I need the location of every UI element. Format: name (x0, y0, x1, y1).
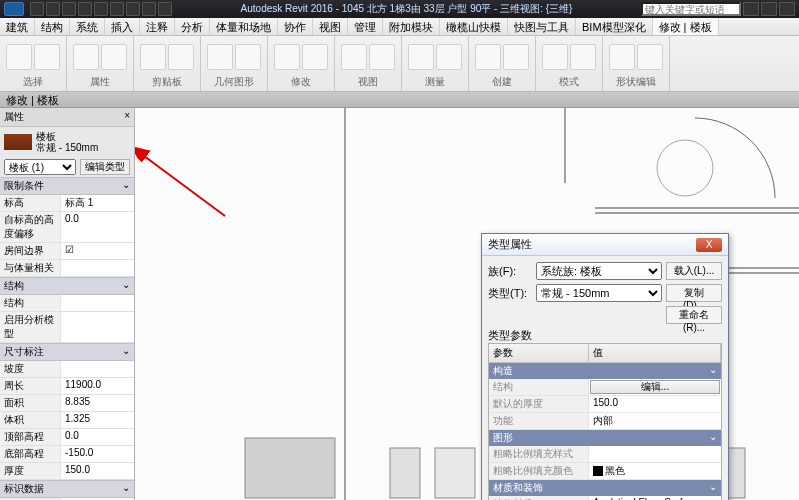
prop-value[interactable] (60, 361, 134, 377)
param-group[interactable]: 图形⌄ (489, 430, 721, 446)
edit-type-button[interactable]: 编辑类型 (80, 159, 130, 175)
ribbon-tab[interactable]: 建筑 (0, 18, 35, 35)
qat-btn[interactable] (158, 2, 172, 16)
ribbon-tab[interactable]: 附加模块 (383, 18, 440, 35)
prop-value[interactable]: ☑ (60, 243, 134, 259)
param-group[interactable]: 构造⌄ (489, 363, 721, 379)
ribbon-tab[interactable]: 快图与工具 (508, 18, 576, 35)
tool-icon[interactable] (542, 44, 568, 70)
tool-icon[interactable] (302, 44, 328, 70)
tool-icon[interactable] (637, 44, 663, 70)
property-row[interactable]: 周长11900.0 (0, 378, 134, 395)
close-icon[interactable]: X (696, 238, 722, 252)
ribbon-tab[interactable]: 注释 (140, 18, 175, 35)
ribbon-tab[interactable]: 插入 (105, 18, 140, 35)
prop-value[interactable]: 0.0 (60, 212, 134, 242)
param-value[interactable]: 内部 (589, 413, 721, 429)
param-value[interactable] (589, 446, 721, 462)
property-row[interactable]: 与体量相关 (0, 260, 134, 277)
family-select[interactable]: 系统族: 楼板 (536, 262, 662, 280)
prop-value[interactable]: 1.325 (60, 412, 134, 428)
ribbon-tab[interactable]: 橄榄山快模 (440, 18, 508, 35)
type-select[interactable]: 常规 - 150mm (536, 284, 662, 302)
property-row[interactable]: 体积1.325 (0, 412, 134, 429)
property-row[interactable]: 启用分析模型 (0, 312, 134, 343)
tool-icon[interactable] (140, 44, 166, 70)
property-row[interactable]: 底部高程-150.0 (0, 446, 134, 463)
ribbon-tab[interactable]: BIM模型深化 (576, 18, 653, 35)
tool-icon[interactable] (570, 44, 596, 70)
tool-icon[interactable] (369, 44, 395, 70)
close-icon[interactable]: × (124, 110, 130, 124)
search-input[interactable] (641, 2, 741, 16)
property-row[interactable]: 面积8.835 (0, 395, 134, 412)
tool-icon[interactable] (408, 44, 434, 70)
tool-icon[interactable] (475, 44, 501, 70)
property-row[interactable]: 厚度150.0 (0, 463, 134, 480)
property-group[interactable]: 结构⌄ (0, 277, 134, 295)
tool-icon[interactable] (235, 44, 261, 70)
tool-icon[interactable] (34, 44, 60, 70)
ribbon-tab[interactable]: 视图 (313, 18, 348, 35)
tool-icon[interactable] (101, 44, 127, 70)
app-icon[interactable] (4, 2, 24, 16)
ribbon-tab[interactable]: 系统 (70, 18, 105, 35)
param-value[interactable]: Analytical Floor Surface (589, 496, 721, 500)
qat-btn[interactable] (30, 2, 44, 16)
tool-icon[interactable] (436, 44, 462, 70)
property-group[interactable]: 标识数据⌄ (0, 480, 134, 498)
ribbon-tab[interactable]: 修改 | 楼板 (653, 18, 719, 35)
prop-value[interactable] (60, 295, 134, 311)
duplicate-button[interactable]: 复制(D)... (666, 284, 722, 302)
qat-btn[interactable] (94, 2, 108, 16)
prop-value[interactable]: 0.0 (60, 429, 134, 445)
prop-value[interactable]: 11900.0 (60, 378, 134, 394)
edit-structure-button[interactable]: 编辑... (590, 380, 720, 394)
ribbon-tab[interactable]: 分析 (175, 18, 210, 35)
qat-btn[interactable] (46, 2, 60, 16)
qat-btn[interactable] (62, 2, 76, 16)
dialog-titlebar[interactable]: 类型属性 X (482, 234, 728, 256)
prop-value[interactable]: 标高 1 (60, 195, 134, 211)
close-icon[interactable] (779, 2, 795, 16)
ribbon-tab[interactable]: 协作 (278, 18, 313, 35)
tool-icon[interactable] (73, 44, 99, 70)
property-row[interactable]: 房间边界☑ (0, 243, 134, 260)
property-row[interactable]: 标高标高 1 (0, 195, 134, 212)
tool-icon[interactable] (207, 44, 233, 70)
instance-filter-select[interactable]: 楼板 (1) (4, 159, 76, 175)
property-row[interactable]: 坡度 (0, 361, 134, 378)
prop-value[interactable] (60, 312, 134, 342)
property-row[interactable]: 结构 (0, 295, 134, 312)
ribbon-tab[interactable]: 结构 (35, 18, 70, 35)
param-value[interactable]: 150.0 (589, 396, 721, 412)
type-selector[interactable]: 楼板 常规 - 150mm (0, 127, 134, 157)
minimize-icon[interactable] (743, 2, 759, 16)
prop-value[interactable]: 8.835 (60, 395, 134, 411)
prop-value[interactable]: -150.0 (60, 446, 134, 462)
maximize-icon[interactable] (761, 2, 777, 16)
ribbon-tab[interactable]: 体量和场地 (210, 18, 278, 35)
param-group[interactable]: 材质和装饰⌄ (489, 480, 721, 496)
load-button[interactable]: 载入(L)... (666, 262, 722, 280)
property-group[interactable]: 尺寸标注⌄ (0, 343, 134, 361)
tool-icon[interactable] (168, 44, 194, 70)
property-group[interactable]: 限制条件⌄ (0, 177, 134, 195)
property-row[interactable]: 自标高的高度偏移0.0 (0, 212, 134, 243)
tool-icon[interactable] (341, 44, 367, 70)
qat-btn[interactable] (78, 2, 92, 16)
prop-value[interactable]: 150.0 (60, 463, 134, 479)
ribbon-tab[interactable]: 管理 (348, 18, 383, 35)
param-value[interactable]: 黑色 (589, 463, 721, 479)
tool-icon[interactable] (274, 44, 300, 70)
qat-btn[interactable] (110, 2, 124, 16)
qat-btn[interactable] (126, 2, 140, 16)
tool-icon[interactable] (503, 44, 529, 70)
prop-value[interactable] (60, 260, 134, 276)
qat-btn[interactable] (142, 2, 156, 16)
property-row[interactable]: 顶部高程0.0 (0, 429, 134, 446)
drawing-canvas[interactable]: 类型属性 X 族(F): 系统族: 楼板 载入(L)... 类型(T): 常规 … (135, 108, 799, 500)
tool-icon[interactable] (609, 44, 635, 70)
tool-icon[interactable] (6, 44, 32, 70)
rename-button[interactable]: 重命名(R)... (666, 306, 722, 324)
